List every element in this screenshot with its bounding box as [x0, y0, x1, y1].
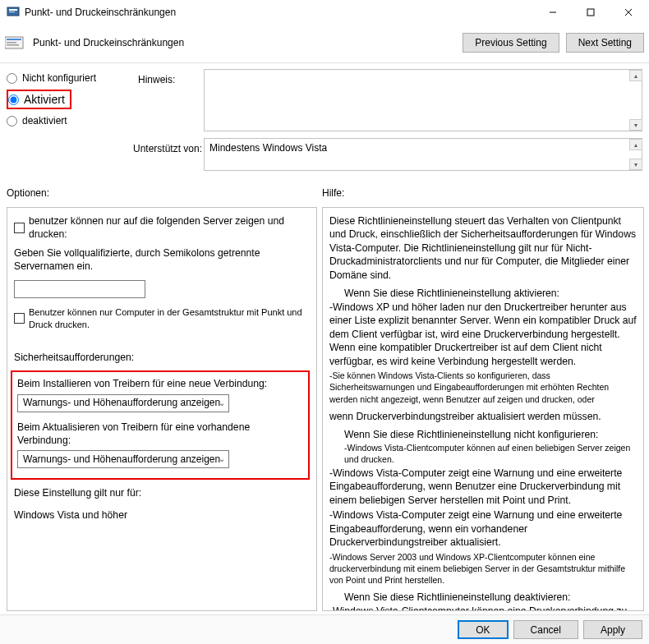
window-title: Punkt- und Druckeinschränkungen	[25, 7, 534, 18]
policy-header: Punkt- und Druckeinschränkungen Previous…	[0, 25, 649, 62]
help-p2b: -Windows XP und höher laden nur den Druc…	[329, 301, 637, 368]
options-pane: Optionen: benutzer können nur auf die fo…	[7, 187, 317, 611]
svg-rect-2	[9, 12, 15, 12]
previous-setting-button[interactable]: Previous Setting	[463, 33, 559, 53]
install-driver-label: Beim Installieren von Treibern für eine …	[17, 377, 303, 390]
help-body[interactable]: Diese Richtlinieneinstellung steuert das…	[322, 207, 644, 611]
help-p1: Diese Richtlinieneinstellung steuert das…	[329, 214, 637, 282]
supported-label: Unterstützt von:	[133, 143, 202, 154]
help-p3e: -Windows Server 2003 und Windows XP-Clie…	[329, 551, 637, 586]
update-driver-value: Warnungs- und Höhenaufforderung anzeigen	[23, 453, 220, 466]
scroll-up-icon-2[interactable]: ▴	[629, 139, 642, 150]
update-driver-label: Beim Aktualisieren von Treibern für eine…	[17, 421, 303, 448]
radio-enabled-highlight: Aktiviert	[7, 90, 71, 109]
help-pane: Hilfe: Diese Richtlinieneinstellung steu…	[322, 187, 644, 611]
radio-disabled-label: deaktiviert	[22, 115, 67, 126]
svg-rect-9	[7, 42, 16, 44]
help-p2c: -Sie können Windows Vista-Clients so kon…	[329, 370, 637, 405]
applies-to-label: Diese Einstellung gilt nur für:	[14, 486, 310, 499]
scroll-down-icon-2[interactable]: ▾	[629, 159, 642, 170]
security-prompts-highlight: Beim Installieren von Treibern für eine …	[11, 370, 310, 480]
svg-rect-8	[7, 39, 21, 40]
minimize-button[interactable]	[534, 0, 572, 25]
svg-rect-10	[7, 44, 19, 46]
security-prompts-label: Sicherheitsaufforderungen:	[14, 351, 310, 364]
fq-hint: Geben Sie vollqualifizierte, durch Semik…	[14, 246, 310, 274]
radio-disabled-input[interactable]	[7, 116, 17, 126]
radio-not-configured-input[interactable]	[7, 73, 17, 84]
options-label: Optionen:	[7, 187, 317, 202]
comment-textarea[interactable]	[204, 69, 642, 131]
checkbox-forest-only[interactable]: Benutzer können nur Computer in der Gesa…	[14, 306, 310, 331]
radio-not-configured-label: Nicht konfiguriert	[22, 72, 96, 84]
radio-disabled[interactable]: deaktiviert	[7, 113, 204, 129]
maximize-button[interactable]	[572, 0, 610, 25]
chevron-down-icon: ⌄	[219, 453, 225, 465]
window-controls	[534, 0, 647, 25]
radio-enabled-input[interactable]	[8, 94, 19, 105]
svg-rect-1	[9, 9, 17, 11]
cancel-button[interactable]: Cancel	[513, 620, 578, 639]
options-body: benutzer können nur auf die folgenden Se…	[7, 207, 317, 611]
scroll-up-icon[interactable]: ▴	[629, 70, 642, 81]
panes: Optionen: benutzer können nur auf die fo…	[7, 187, 644, 611]
checkbox-allowed-servers-label: benutzer können nur auf die folgenden Se…	[29, 214, 310, 242]
divider	[0, 62, 649, 63]
help-p4b: -Windows Vista-Clientcomputer können ein…	[329, 605, 637, 611]
svg-rect-4	[587, 9, 594, 16]
help-p3d: -Windows Vista-Computer zeigt eine Warnu…	[329, 508, 637, 549]
comment-label: Hinweis:	[138, 74, 175, 85]
titlebar: Punkt- und Druckeinschränkungen	[0, 0, 649, 25]
checkbox-icon[interactable]	[14, 223, 25, 233]
radio-enabled-label: Aktiviert	[24, 93, 65, 106]
ok-button[interactable]: OK	[458, 620, 508, 639]
checkbox-allowed-servers[interactable]: benutzer können nur auf die folgenden Se…	[14, 214, 310, 242]
help-p2d: wenn Druckerverbindungstreiber aktualisi…	[329, 410, 637, 423]
help-p3c: -Windows Vista-Computer zeigt eine Warnu…	[329, 467, 637, 507]
policy-name: Punkt- und Druckeinschränkungen	[33, 37, 456, 48]
bottom-bar: OK Cancel Apply	[0, 614, 649, 644]
scroll-down-icon[interactable]: ▾	[629, 119, 642, 131]
radio-enabled[interactable]: Aktiviert	[8, 91, 65, 108]
help-p4a: Wenn Sie diese Richtlinieneinstellung de…	[329, 591, 637, 604]
install-driver-select[interactable]: Warnungs- und Höhenaufforderung anzeigen…	[17, 394, 229, 412]
next-setting-button[interactable]: Next Setting	[566, 33, 644, 53]
apply-button[interactable]: Apply	[583, 620, 642, 639]
help-p3a: Wenn Sie diese Richtlinieneinstellung ni…	[329, 428, 637, 441]
close-button[interactable]	[610, 0, 647, 25]
chevron-down-icon: ⌄	[219, 398, 225, 409]
checkbox-forest-only-label: Benutzer können nur Computer in der Gesa…	[29, 306, 310, 331]
policy-header-icon	[5, 34, 28, 51]
server-names-input[interactable]	[14, 280, 145, 298]
supported-textarea: Mindestens Windows Vista	[204, 138, 642, 171]
policy-icon	[7, 6, 20, 19]
update-driver-select[interactable]: Warnungs- und Höhenaufforderung anzeigen…	[17, 450, 229, 468]
applies-to-os: Windows Vista und höher	[14, 508, 310, 522]
help-p3b: -Windows Vista-Clientcomputer können auf…	[329, 442, 637, 465]
help-p2a: Wenn Sie diese Richtlinieneinstellung ak…	[329, 287, 637, 300]
help-label: Hilfe:	[322, 187, 644, 202]
install-driver-value: Warnungs- und Höhenaufforderung anzeigen	[23, 396, 220, 409]
checkbox-icon[interactable]	[14, 313, 25, 324]
